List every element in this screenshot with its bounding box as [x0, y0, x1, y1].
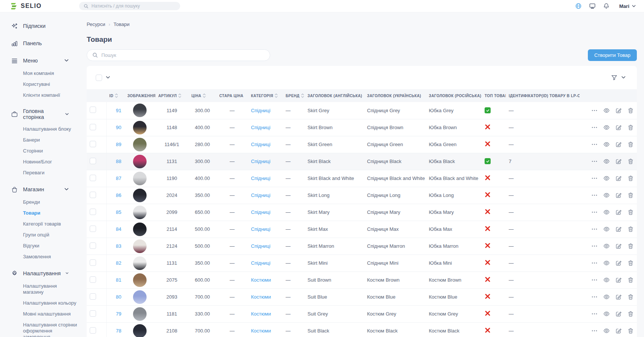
filter-icon[interactable] [611, 74, 618, 81]
chevron-down-icon[interactable] [621, 76, 626, 79]
sidebar-item[interactable]: Переваги [23, 170, 78, 176]
product-image[interactable] [133, 256, 147, 270]
table-row[interactable]: 83 2124 500.00 — Спідниці — Skirt Marron… [87, 238, 637, 255]
product-id-link[interactable]: 85 [116, 209, 121, 215]
more-actions-button[interactable] [591, 175, 598, 181]
column-header[interactable]: СТАРА ЦІНА [216, 89, 248, 102]
more-actions-button[interactable] [591, 243, 598, 249]
category-link[interactable]: Костюми [251, 294, 271, 300]
delete-button[interactable] [627, 107, 634, 114]
view-button[interactable] [603, 158, 610, 165]
row-checkbox[interactable] [90, 209, 96, 215]
view-button[interactable] [603, 209, 610, 215]
product-id-link[interactable]: 82 [116, 260, 121, 266]
row-checkbox[interactable] [90, 158, 96, 164]
sidebar-item[interactable]: Користувачі [23, 81, 78, 87]
category-link[interactable]: Костюми [251, 277, 271, 283]
delete-button[interactable] [627, 277, 634, 283]
sort-icon[interactable] [203, 93, 206, 98]
table-row[interactable]: 82 1131 350.00 — Спідниці — Skirt Mini С… [87, 255, 637, 271]
sidebar-item[interactable]: Моя компанія [23, 70, 78, 76]
row-checkbox[interactable] [90, 276, 96, 283]
column-header[interactable]: ID [106, 89, 124, 102]
sidebar-section-header[interactable]: Підписки [11, 22, 79, 30]
table-row[interactable]: 90 1148 400.00 — Спідниці — Skirt Brown … [87, 119, 637, 136]
product-id-link[interactable]: 91 [116, 108, 121, 113]
view-button[interactable] [603, 226, 610, 232]
sidebar-item[interactable]: Категорії товарів [23, 221, 78, 227]
product-image[interactable] [133, 273, 147, 287]
product-id-link[interactable]: 80 [116, 294, 121, 300]
product-image[interactable] [133, 223, 147, 236]
column-header[interactable]: КАТЕГОРІЯ [248, 89, 283, 102]
table-row[interactable]: 84 2114 500.00 — Спідниці — Skirt Max Сп… [87, 221, 637, 238]
row-checkbox[interactable] [90, 226, 96, 232]
column-header[interactable] [580, 89, 637, 102]
product-image[interactable] [133, 206, 147, 219]
sidebar-item[interactable]: Банери [23, 137, 78, 143]
column-header[interactable]: БРЕНД [283, 89, 304, 102]
row-checkbox[interactable] [90, 107, 96, 113]
table-row[interactable]: 85 2099 650.00 — Спідниці — Skirt Mary С… [87, 204, 637, 221]
products-search[interactable] [87, 49, 270, 61]
category-link[interactable]: Спідниці [251, 243, 271, 249]
delete-button[interactable] [627, 226, 634, 232]
table-row[interactable]: 89 1146/1 280.00 — Спідниці — Skirt Gree… [87, 136, 637, 153]
sidebar-item[interactable]: Товари [23, 210, 78, 216]
delete-button[interactable] [627, 260, 634, 266]
category-link[interactable]: Спідниці [251, 226, 271, 232]
row-checkbox[interactable] [90, 293, 96, 300]
global-search-input[interactable] [92, 3, 176, 9]
sidebar-item[interactable]: Налаштування кольору [23, 300, 78, 306]
delete-button[interactable] [627, 175, 634, 181]
sort-icon[interactable] [301, 93, 304, 98]
product-image[interactable] [133, 104, 147, 117]
sidebar-section-header[interactable]: Налаштування [11, 270, 79, 277]
delete-button[interactable] [627, 141, 634, 148]
sidebar-item[interactable]: Бренди [23, 199, 78, 205]
more-actions-button[interactable] [591, 192, 598, 198]
view-button[interactable] [603, 311, 610, 317]
category-link[interactable]: Спідниці [251, 142, 271, 147]
more-actions-button[interactable] [591, 158, 598, 165]
column-header[interactable]: ЗОБРАЖЕННЯ [124, 89, 155, 102]
view-button[interactable] [603, 328, 610, 334]
category-link[interactable]: Костюми [251, 328, 271, 334]
table-row[interactable]: 86 2024 350.00 — Спідниці — Skirt Long С… [87, 187, 637, 204]
sidebar-item[interactable]: Сторінки [23, 148, 78, 154]
column-header[interactable]: ЗАГОЛОВОК (УКРАЇНСЬКА) [364, 89, 426, 102]
product-id-link[interactable]: 84 [116, 226, 121, 232]
delete-button[interactable] [627, 192, 634, 198]
sidebar-item[interactable]: Налаштування сторінки оформлення замовле… [23, 322, 78, 337]
view-button[interactable] [603, 141, 610, 148]
product-id-link[interactable]: 86 [116, 192, 121, 198]
edit-button[interactable] [615, 175, 622, 181]
more-actions-button[interactable] [591, 328, 598, 334]
row-checkbox[interactable] [90, 259, 96, 266]
edit-button[interactable] [615, 209, 622, 215]
product-image[interactable] [133, 307, 147, 321]
create-product-button[interactable]: Створити Товар [588, 49, 637, 61]
breadcrumb-item[interactable]: Товари [113, 21, 130, 27]
sidebar-item[interactable]: Новини/Блог [23, 159, 78, 165]
category-link[interactable]: Спідниці [251, 159, 271, 164]
delete-button[interactable] [627, 311, 634, 317]
edit-button[interactable] [615, 158, 622, 165]
sidebar-item[interactable]: Налаштування магазину [23, 283, 78, 295]
user-menu[interactable]: Mari [619, 3, 636, 9]
more-actions-button[interactable] [591, 277, 598, 283]
row-checkbox[interactable] [90, 242, 96, 249]
sidebar-item[interactable]: Мовні налаштування [23, 311, 78, 317]
edit-button[interactable] [615, 328, 622, 334]
globe-icon[interactable] [575, 3, 582, 9]
column-header[interactable]: ЦІНА [188, 89, 216, 102]
row-checkbox[interactable] [90, 175, 96, 181]
sidebar-item[interactable]: Клієнти компанії [23, 92, 78, 98]
edit-button[interactable] [615, 243, 622, 249]
column-header[interactable] [87, 89, 106, 102]
category-link[interactable]: Спідниці [251, 108, 271, 113]
product-id-link[interactable]: 88 [116, 159, 121, 164]
chevron-down-icon[interactable] [64, 59, 69, 62]
sidebar-section-header[interactable]: Меню [11, 57, 79, 64]
product-id-link[interactable]: 89 [116, 142, 121, 147]
